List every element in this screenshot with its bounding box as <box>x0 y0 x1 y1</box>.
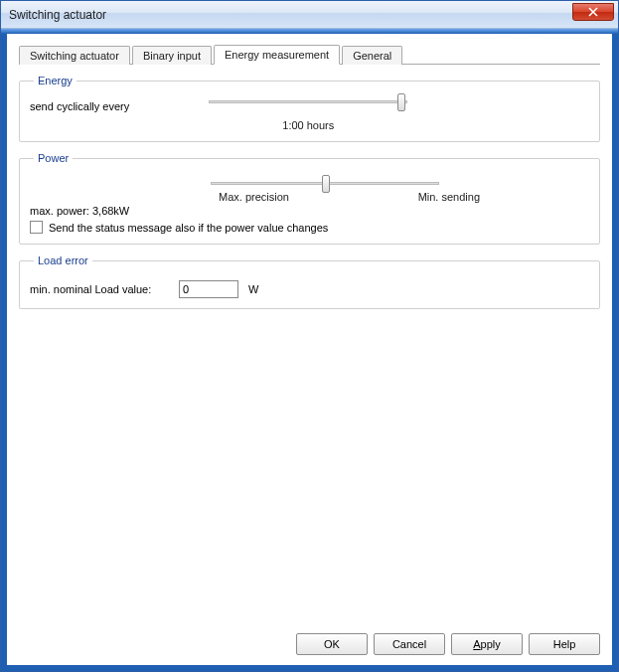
cancel-button[interactable]: Cancel <box>374 633 445 655</box>
tab-binary-input[interactable]: Binary input <box>132 46 212 65</box>
send-cyclically-label: send cyclically every <box>30 100 129 112</box>
ok-button[interactable]: OK <box>296 633 368 655</box>
dialog-window: Switching actuator Switching actuator Bi… <box>0 0 619 672</box>
energy-group: Energy send cyclically every 1:00 hours <box>19 75 600 142</box>
apply-button[interactable]: Apply <box>451 633 523 655</box>
power-slider-thumb[interactable] <box>322 175 330 193</box>
energy-slider-thumb[interactable] <box>397 93 405 111</box>
tab-general[interactable]: General <box>342 46 402 65</box>
load-error-legend: Load error <box>34 254 92 266</box>
apply-button-rest: pply <box>481 638 501 650</box>
power-max-value: max. power: 3,68kW <box>30 205 589 217</box>
tab-strip: Switching actuator Binary input Energy m… <box>19 44 600 65</box>
power-legend: Power <box>34 152 73 164</box>
titlebar: Switching actuator <box>1 1 618 29</box>
min-nominal-load-unit: W <box>248 283 258 295</box>
button-bar: OK Cancel Apply Help <box>7 625 612 665</box>
power-min-sending-label: Min. sending <box>418 191 480 203</box>
energy-slider-value: 1:00 hours <box>209 119 407 131</box>
content-wrap: Switching actuator Binary input Energy m… <box>1 34 618 671</box>
min-nominal-load-label: min. nominal Load value: <box>30 283 169 295</box>
content-area: Switching actuator Binary input Energy m… <box>7 34 612 625</box>
energy-legend: Energy <box>34 75 77 86</box>
power-slider[interactable] <box>211 182 439 185</box>
help-button[interactable]: Help <box>529 633 600 655</box>
power-status-checkbox-label: Send the status message also if the powe… <box>49 222 328 234</box>
power-status-checkbox[interactable] <box>30 221 43 234</box>
min-nominal-load-input[interactable] <box>179 280 238 298</box>
power-max-precision-label: Max. precision <box>219 191 289 203</box>
tab-switching-actuator[interactable]: Switching actuator <box>19 46 130 65</box>
close-button[interactable] <box>572 3 614 21</box>
load-error-group: Load error min. nominal Load value: W <box>19 254 600 309</box>
power-group: Power Max. precision Min. sending max. p… <box>19 152 600 245</box>
tab-energy-measurement[interactable]: Energy measurement <box>214 45 340 65</box>
energy-slider-track <box>209 100 407 103</box>
window-title: Switching actuator <box>9 8 106 22</box>
close-icon <box>588 7 598 17</box>
energy-slider[interactable]: 1:00 hours <box>209 100 407 131</box>
